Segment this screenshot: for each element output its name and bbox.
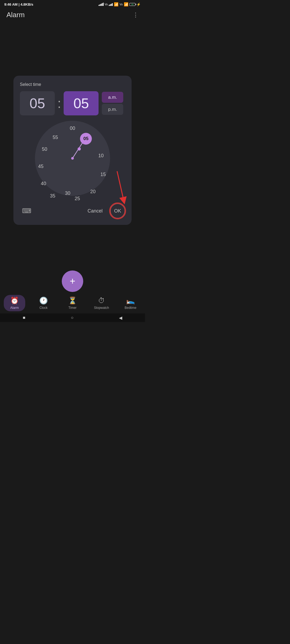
stopwatch-nav-label: Stopwatch <box>94 306 109 310</box>
action-buttons: Cancel OK <box>84 203 125 218</box>
system-nav-bar: ■ ○ ◀ <box>0 313 145 322</box>
clock-container: 00 05 10 15 20 <box>20 121 125 196</box>
clock-face[interactable]: 00 05 10 15 20 <box>35 121 110 196</box>
clock-num-55[interactable]: 55 <box>50 133 60 142</box>
nav-item-timer[interactable]: ⏳ Timer <box>62 295 83 311</box>
ok-button[interactable]: OK <box>110 203 125 218</box>
time-display-row: 05 : 05 a.m. p.m. <box>20 91 125 115</box>
clock-num-40[interactable]: 40 <box>39 179 48 188</box>
clock-nav-icon: 🕐 <box>39 297 48 305</box>
time-separator: : <box>56 96 62 111</box>
nav-item-alarm[interactable]: ⏰ Alarm <box>4 295 25 311</box>
minute-box[interactable]: 05 <box>64 91 99 115</box>
keyboard-icon: ⌨ <box>22 207 31 214</box>
clock-num-05-selected[interactable]: 05 <box>80 133 92 145</box>
clock-num-50[interactable]: 50 <box>40 144 49 154</box>
nav-item-stopwatch[interactable]: ⏱ Stopwatch <box>91 295 112 311</box>
home-button[interactable]: ○ <box>71 315 74 320</box>
clock-num-25[interactable]: 25 <box>73 194 82 203</box>
clock-num-00[interactable]: 00 <box>68 123 77 133</box>
pm-button[interactable]: p.m. <box>102 104 123 115</box>
bedtime-nav-label: Bedtime <box>125 306 136 310</box>
select-time-label: Select time <box>20 82 125 87</box>
clock-num-20[interactable]: 20 <box>88 187 98 196</box>
clock-nav-label: Clock <box>39 306 48 310</box>
svg-point-1 <box>78 147 81 151</box>
clock-num-30[interactable]: 30 <box>63 188 73 198</box>
cancel-button[interactable]: Cancel <box>84 206 106 216</box>
dialog-backdrop: Select time 05 : 05 a.m. p.m. <box>0 0 145 301</box>
stopwatch-nav-icon: ⏱ <box>98 297 105 305</box>
timer-nav-label: Timer <box>68 306 77 310</box>
time-picker-dialog: Select time 05 : 05 a.m. p.m. <box>13 76 132 225</box>
keyboard-toggle-button[interactable]: ⌨ <box>20 205 34 217</box>
nav-item-clock[interactable]: 🕐 Clock <box>33 295 54 311</box>
ampm-column: a.m. p.m. <box>102 92 123 115</box>
clock-num-10[interactable]: 10 <box>96 151 106 160</box>
clock-num-35[interactable]: 35 <box>48 191 57 201</box>
timer-nav-icon: ⏳ <box>68 297 77 305</box>
dialog-actions: ⌨ Cancel OK <box>20 201 125 218</box>
bottom-navigation: ⏰ Alarm 🕐 Clock ⏳ Timer ⏱ Stopwatch 🛌 Be… <box>0 293 145 313</box>
bedtime-nav-icon: 🛌 <box>126 297 135 305</box>
recent-apps-button[interactable]: ■ <box>23 315 26 320</box>
nav-item-bedtime[interactable]: 🛌 Bedtime <box>120 295 141 311</box>
clock-center-dot <box>71 157 74 160</box>
hour-box[interactable]: 05 <box>20 91 55 115</box>
back-button[interactable]: ◀ <box>119 315 122 320</box>
alarm-nav-label: Alarm <box>10 306 19 310</box>
alarm-nav-icon: ⏰ <box>10 297 19 305</box>
am-button[interactable]: a.m. <box>102 92 123 103</box>
clock-num-15[interactable]: 15 <box>98 170 108 179</box>
ok-button-container: OK <box>110 203 125 218</box>
clock-num-45[interactable]: 45 <box>36 162 46 171</box>
